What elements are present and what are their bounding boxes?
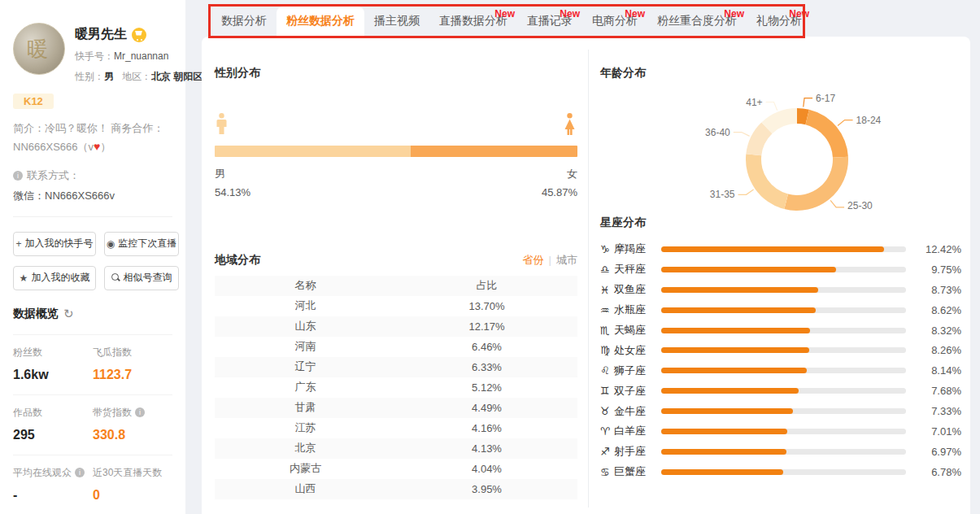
toggle-province[interactable]: 省份 — [523, 254, 544, 266]
zodiac-9-icon: ♉ — [600, 405, 614, 417]
zodiac-bar-track — [661, 368, 906, 373]
profile-header: 暖男先生 快手号：Mr_nuannan 性别：男 地区：北京 朝阳区 — [13, 23, 172, 84]
zodiac-bar-fill — [661, 287, 818, 293]
new-badge: New — [494, 8, 515, 20]
add-favorite-button[interactable]: ★加入我的收藏 — [13, 266, 96, 290]
tab-fans-data-analysis[interactable]: 粉丝数据分析 — [277, 7, 364, 37]
info-icon[interactable] — [75, 468, 85, 477]
zodiac-bar-fill — [661, 429, 787, 434]
zodiac-bar-fill — [661, 267, 836, 272]
zodiac-label: 射手座 — [614, 444, 658, 459]
table-row: 内蒙古4.04% — [215, 459, 577, 479]
new-badge: New — [625, 8, 645, 20]
new-badge: New — [724, 8, 744, 20]
zodiac-value: 8.73% — [919, 284, 961, 296]
zodiac-row: ♑摩羯座12.42% — [600, 239, 961, 259]
zodiac-label: 处女座 — [614, 343, 658, 358]
tab-gift-analysis[interactable]: New礼物分析 — [747, 7, 812, 37]
tab-live-data-analysis[interactable]: New直播数据分析 — [429, 7, 517, 37]
zodiac-2-icon: ♎ — [600, 264, 614, 276]
region-table: 名称占比 河北13.70% 山东12.17% 河南6.46% 辽宁6.33% 广… — [215, 276, 577, 499]
zodiac-bar-fill — [661, 408, 793, 414]
table-row: 甘肃4.49% — [215, 398, 577, 418]
zodiac-bar-fill — [661, 246, 884, 252]
age-section-title: 年龄分布 — [600, 66, 961, 81]
age-slice-18-24 — [805, 110, 848, 158]
age-label: 31-35 — [710, 189, 735, 200]
info-icon[interactable] — [135, 407, 145, 417]
zodiac-bar-fill — [661, 368, 807, 373]
tab-fans-overlap-analysis[interactable]: New粉丝重合度分析 — [647, 7, 747, 37]
wechat-id: 微信：NN666XS666v — [13, 189, 172, 203]
star-icon: ★ — [20, 273, 28, 283]
zodiac-bar-fill — [661, 307, 816, 313]
zodiac-7-icon: ♌ — [600, 364, 614, 377]
zodiac-3-icon: ♓ — [600, 284, 614, 296]
zodiac-label: 双鱼座 — [614, 282, 658, 297]
zodiac-5-icon: ♏ — [600, 325, 614, 337]
zodiac-label: 狮子座 — [614, 364, 658, 378]
shop-cart-badge-icon — [132, 28, 146, 42]
table-row: 山东12.17% — [215, 316, 577, 337]
tab-ecommerce-analysis[interactable]: New电商分析 — [582, 7, 647, 37]
zodiac-label: 双子座 — [614, 384, 658, 399]
zodiac-row: ♊双子座7.68% — [600, 381, 961, 401]
zodiac-bar-track — [661, 469, 906, 475]
feigua-index: 1123.7 — [93, 368, 172, 382]
gender-bar-female — [411, 146, 577, 157]
data-overview-section: 数据概览 ↻ 粉丝数1.6kw 飞瓜指数1123.7 作品数295 带货指数33… — [13, 307, 172, 514]
zodiac-row: ♎天秤座9.75% — [600, 259, 961, 280]
toggle-city[interactable]: 城市 — [556, 254, 577, 266]
column-divider — [588, 50, 589, 507]
zodiac-11-icon: ♐ — [600, 446, 614, 458]
zodiac-1-icon: ♑ — [600, 243, 614, 255]
zodiac-label: 金牛座 — [614, 404, 658, 419]
add-kuaishou-account-button[interactable]: +加入我的快手号 — [13, 232, 96, 256]
gender-region-row: 性别：男 地区：北京 朝阳区 — [75, 70, 172, 84]
refresh-icon[interactable]: ↻ — [63, 307, 74, 321]
table-row: 广东5.12% — [215, 377, 577, 398]
monitor-next-live-button[interactable]: ◉监控下次直播 — [104, 232, 179, 256]
age-label-line — [766, 102, 777, 111]
info-icon — [13, 171, 23, 181]
zodiac-bars: ♑摩羯座12.42%♎天秤座9.75%♓双鱼座8.73%♒水瓶座8.62%♏天蝎… — [600, 239, 961, 482]
region-toggle: 省份|城市 — [523, 253, 577, 268]
tab-streamer-videos[interactable]: 播主视频 — [364, 7, 429, 37]
age-label-line — [804, 98, 812, 107]
table-row: 河北13.70% — [215, 296, 577, 316]
new-badge: New — [560, 8, 580, 20]
plus-icon: + — [15, 239, 21, 249]
table-row: 河南6.46% — [215, 337, 577, 357]
zodiac-bar-track — [661, 287, 906, 293]
zodiac-row: ♏天蝎座8.32% — [600, 320, 961, 341]
zodiac-row: ♉金牛座7.33% — [600, 401, 961, 421]
zodiac-row: ♐射手座6.97% — [600, 442, 961, 462]
zodiac-6-icon: ♍ — [600, 344, 614, 356]
new-badge: New — [789, 8, 809, 20]
zodiac-row: ♍处女座8.26% — [600, 340, 961, 360]
tab-live-records[interactable]: New直播记录 — [517, 7, 582, 37]
similar-account-search-button[interactable]: 相似号查询 — [104, 266, 179, 290]
age-donut-chart: 6-1718-2425-3031-3536-4041+ — [600, 84, 961, 214]
zodiac-value: 7.01% — [919, 425, 961, 438]
zodiac-label: 天蝎座 — [614, 323, 658, 338]
contact-row: 联系方式： — [13, 168, 172, 183]
age-label: 25-30 — [847, 200, 873, 211]
zodiac-bar-track — [661, 449, 906, 455]
age-label: 41+ — [746, 97, 762, 108]
male-percent: 54.13% — [215, 184, 250, 203]
zodiac-value: 9.75% — [919, 264, 961, 276]
live-days-30d: 0 — [93, 488, 172, 503]
age-slice-25-30 — [784, 157, 848, 211]
commerce-index: 330.8 — [93, 428, 172, 442]
zodiac-row: ♌狮子座8.14% — [600, 360, 961, 381]
avatar — [13, 23, 65, 75]
age-label-line — [830, 200, 844, 207]
zodiac-value: 12.42% — [919, 243, 961, 255]
tab-data-analysis[interactable]: 数据分析 — [211, 7, 277, 37]
male-icon — [216, 113, 228, 136]
zodiac-value: 7.33% — [919, 405, 961, 417]
age-donut-svg: 6-1718-2425-3031-3536-4041+ — [600, 84, 961, 214]
monitor-icon: ◉ — [107, 239, 115, 249]
zodiac-bar-track — [661, 388, 906, 394]
